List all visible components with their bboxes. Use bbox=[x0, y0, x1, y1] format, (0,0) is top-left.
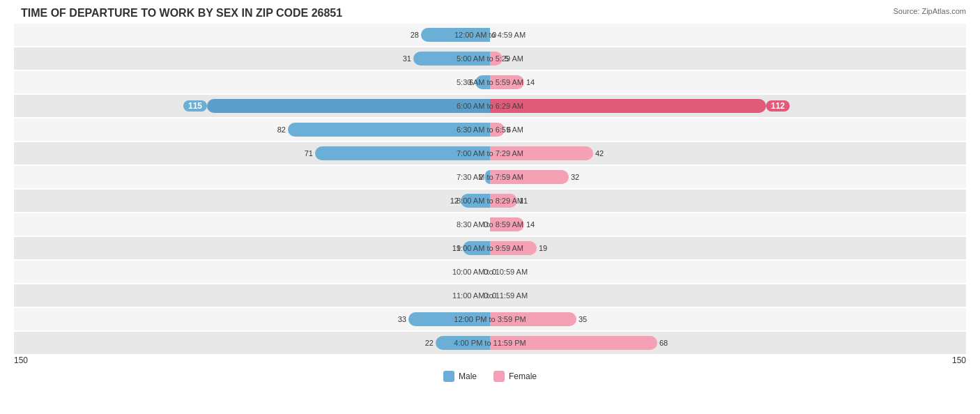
male-value: 71 bbox=[305, 149, 313, 158]
legend-female-box bbox=[493, 371, 505, 382]
male-bar bbox=[413, 52, 490, 66]
female-bar bbox=[490, 99, 766, 113]
male-bar-wrap: 11 bbox=[452, 241, 490, 255]
chart-row: 6 5:30 AM to 5:59 AM 14 bbox=[14, 71, 966, 93]
bars-center: 82 6:30 AM to 6:59 AM 6 bbox=[122, 118, 858, 141]
female-bar-wrap: 0 bbox=[490, 265, 496, 279]
bars-center: 115 6:00 AM to 6:29 AM 112 bbox=[122, 95, 858, 117]
male-bar bbox=[461, 194, 490, 208]
male-bar-wrap: 12 bbox=[450, 194, 490, 208]
bars-center: 0 11:00 AM to 11:59 AM 0 bbox=[122, 284, 858, 307]
male-bar bbox=[408, 312, 490, 326]
female-value: 6 bbox=[507, 125, 511, 134]
female-bar-wrap: 0 bbox=[490, 28, 496, 42]
male-bar-wrap: 0 bbox=[484, 289, 490, 302]
bars-center: 0 8:30 AM to 8:59 AM 14 bbox=[122, 213, 858, 236]
male-bar-wrap: 0 bbox=[484, 217, 490, 231]
male-value: 22 bbox=[425, 339, 434, 347]
chart-row: 82 6:30 AM to 6:59 AM 6 bbox=[14, 118, 966, 141]
female-value: 0 bbox=[492, 291, 496, 300]
chart-row: 11 9:00 AM to 9:59 AM 19 bbox=[14, 237, 966, 259]
female-value: 19 bbox=[539, 244, 547, 252]
female-bar bbox=[490, 75, 524, 89]
female-bar bbox=[490, 52, 503, 66]
chart-row: 22 4:00 PM to 11:59 PM 68 bbox=[14, 332, 966, 354]
bars-center: 6 5:30 AM to 5:59 AM 14 bbox=[122, 71, 858, 93]
female-bar bbox=[490, 312, 576, 326]
male-bar-wrap: 0 bbox=[484, 265, 490, 279]
chart-row: 71 7:00 AM to 7:29 AM 42 bbox=[14, 142, 966, 164]
female-bar-wrap: 6 bbox=[490, 123, 511, 137]
male-bar bbox=[315, 146, 490, 160]
chart-row: 33 12:00 PM to 3:59 PM 35 bbox=[14, 308, 966, 330]
male-value: 12 bbox=[450, 197, 459, 205]
female-bar-wrap: 42 bbox=[490, 146, 604, 160]
female-value: 5 bbox=[505, 54, 509, 63]
male-bar bbox=[421, 28, 490, 42]
male-value: 6 bbox=[469, 78, 473, 86]
female-bar bbox=[490, 123, 505, 137]
female-value: 11 bbox=[519, 197, 528, 205]
legend-male: Male bbox=[443, 371, 477, 382]
chart-row: 0 8:30 AM to 8:59 AM 14 bbox=[14, 213, 966, 236]
bars-center: 31 5:00 AM to 5:29 AM 5 bbox=[122, 47, 858, 70]
chart-area: 28 12:00 AM to 4:59 AM 0 31 5:00 AM to 5… bbox=[14, 24, 966, 354]
male-bar bbox=[463, 241, 490, 255]
female-value: 32 bbox=[571, 173, 579, 181]
female-bar-wrap: 0 bbox=[490, 289, 496, 302]
bars-center: 11 9:00 AM to 9:59 AM 19 bbox=[122, 237, 858, 259]
female-value: 68 bbox=[659, 339, 668, 347]
female-bar-wrap: 32 bbox=[490, 170, 579, 184]
chart-row: 0 10:00 AM to 10:59 AM 0 bbox=[14, 261, 966, 283]
male-bar-wrap: 6 bbox=[469, 75, 490, 89]
female-bar-wrap: 35 bbox=[490, 312, 587, 326]
male-bar-wrap: 28 bbox=[411, 28, 490, 42]
bars-center: 2 7:30 AM to 7:59 AM 32 bbox=[122, 166, 858, 188]
male-bar-wrap: 71 bbox=[305, 146, 490, 160]
legend: Male Female bbox=[14, 371, 966, 382]
male-bar bbox=[475, 75, 490, 89]
female-value: 0 bbox=[492, 268, 496, 276]
axis-label-right: 150 bbox=[952, 355, 966, 365]
male-bar bbox=[207, 99, 490, 113]
female-bar bbox=[490, 170, 569, 184]
chart-row: 115 6:00 AM to 6:29 AM 112 bbox=[14, 95, 966, 117]
female-value: 14 bbox=[526, 220, 535, 229]
chart-row: 2 7:30 AM to 7:59 AM 32 bbox=[14, 166, 966, 188]
male-bar-wrap: 31 bbox=[403, 52, 490, 66]
female-bar-wrap: 14 bbox=[490, 75, 535, 89]
chart-row: 28 12:00 AM to 4:59 AM 0 bbox=[14, 24, 966, 46]
female-value: 14 bbox=[526, 78, 535, 86]
axis-label-left: 150 bbox=[14, 355, 28, 365]
female-bar bbox=[490, 146, 593, 160]
male-value-badge: 115 bbox=[183, 100, 207, 112]
female-bar bbox=[490, 217, 524, 231]
bars-center: 22 4:00 PM to 11:59 PM 68 bbox=[122, 332, 858, 354]
legend-male-label: Male bbox=[459, 371, 477, 381]
female-bar bbox=[490, 241, 537, 255]
bars-center: 71 7:00 AM to 7:29 AM 42 bbox=[122, 142, 858, 164]
male-bar-wrap: 22 bbox=[425, 336, 490, 350]
source-text: Source: ZipAtlas.com bbox=[893, 7, 966, 15]
male-bar bbox=[288, 123, 490, 137]
female-bar-wrap: 14 bbox=[490, 217, 535, 231]
male-bar-wrap: 33 bbox=[398, 312, 490, 326]
male-value: 33 bbox=[398, 315, 406, 323]
chart-row: 12 8:00 AM to 8:29 AM 11 bbox=[14, 190, 966, 212]
bars-center: 28 12:00 AM to 4:59 AM 0 bbox=[122, 24, 858, 46]
chart-container: TIME OF DEPARTURE TO WORK BY SEX IN ZIP … bbox=[0, 0, 980, 414]
male-value: 82 bbox=[277, 125, 286, 134]
female-bar bbox=[490, 194, 517, 208]
male-bar-wrap: 115 bbox=[183, 99, 490, 113]
male-value: 31 bbox=[403, 54, 411, 63]
chart-row: 0 11:00 AM to 11:59 AM 0 bbox=[14, 284, 966, 307]
female-value: 35 bbox=[579, 315, 587, 323]
female-bar-wrap: 112 bbox=[490, 99, 790, 113]
male-value: 28 bbox=[411, 31, 419, 39]
bars-center: 33 12:00 PM to 3:59 PM 35 bbox=[122, 308, 858, 330]
bars-center: 0 10:00 AM to 10:59 AM 0 bbox=[122, 261, 858, 283]
legend-female: Female bbox=[493, 371, 537, 382]
female-value-badge: 112 bbox=[766, 100, 790, 112]
male-bar bbox=[485, 170, 490, 184]
female-bar-wrap: 19 bbox=[490, 241, 547, 255]
